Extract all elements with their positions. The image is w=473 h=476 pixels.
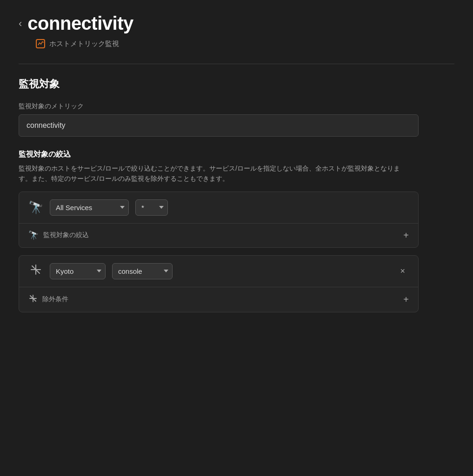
filter-card: 🔭 All Services * 🔭 監視対象の絞込 +: [19, 192, 419, 248]
page-container: ‹ connectivity ホストメトリック監視 監視対象 監視対象のメトリッ…: [0, 0, 473, 476]
subtitle-text: ホストメトリック監視: [49, 40, 119, 48]
exclude-footer-icon: [28, 294, 38, 305]
exclude-icon: [28, 263, 43, 279]
filter-card-main: 🔭 All Services *: [19, 192, 418, 223]
subtitle-row: ホストメトリック監視: [35, 39, 454, 49]
kyoto-service-select[interactable]: Kyoto: [50, 263, 106, 279]
binoculars-icon: 🔭: [28, 201, 43, 213]
all-services-select[interactable]: All Services: [50, 199, 129, 216]
header: ‹ connectivity ホストメトリック監視: [0, 0, 473, 56]
header-top: ‹ connectivity: [19, 13, 454, 34]
metric-input[interactable]: [19, 114, 419, 137]
host-metric-icon: [35, 39, 46, 49]
exclude-close-button[interactable]: ×: [396, 264, 409, 278]
page-title: connectivity: [27, 13, 133, 34]
exclude-add-icon[interactable]: +: [403, 294, 409, 305]
back-arrow-icon[interactable]: ‹: [19, 19, 22, 29]
wildcard-select[interactable]: *: [135, 199, 168, 216]
filter-add-icon[interactable]: +: [403, 230, 409, 241]
metric-field-group: 監視対象のメトリック: [19, 102, 454, 137]
section-title: 監視対象: [19, 77, 454, 91]
filter-section-title: 監視対象の絞込: [19, 150, 454, 159]
main-content: 監視対象 監視対象のメトリック 監視対象の絞込 監視対象のホストをサービス/ロー…: [0, 64, 473, 325]
exclude-card: Kyoto console × 除外条件 +: [19, 255, 419, 312]
filter-footer-label: 監視対象の絞込: [43, 231, 89, 239]
filter-footer-icon: 🔭: [28, 230, 39, 240]
exclude-card-main: Kyoto console ×: [19, 256, 418, 287]
exclude-footer-label: 除外条件: [42, 295, 68, 304]
filter-description: 監視対象のホストをサービス/ロールで絞り込むことができます。サービス/ロールを指…: [19, 163, 405, 184]
console-role-select[interactable]: console: [112, 263, 173, 279]
filter-card-footer[interactable]: 🔭 監視対象の絞込 +: [19, 223, 418, 247]
metric-field-label: 監視対象のメトリック: [19, 102, 454, 111]
exclude-card-footer[interactable]: 除外条件 +: [19, 287, 418, 312]
